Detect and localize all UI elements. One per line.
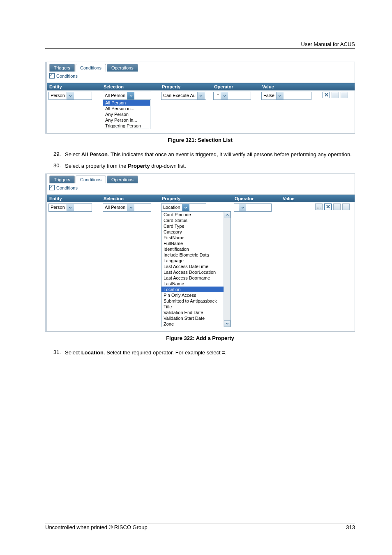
selection-option-list: All Person All Person in... Any Person A… <box>103 99 150 129</box>
col-value: Value <box>280 195 314 203</box>
chevron-down-icon[interactable] <box>197 92 205 99</box>
value-dropdown[interactable]: False <box>261 92 311 100</box>
property-option[interactable]: Category <box>161 229 224 235</box>
col-operator: Operator <box>212 83 260 91</box>
property-option[interactable]: Last Access DoorLocation <box>161 269 224 275</box>
chevron-down-icon[interactable] <box>127 92 134 99</box>
col-actions <box>314 195 355 203</box>
value-text: False <box>262 92 276 99</box>
property-option[interactable]: LastName <box>161 281 224 287</box>
entity-dropdown[interactable]: Person <box>48 204 92 212</box>
col-operator: Operator <box>232 195 280 203</box>
step-30: 30. Select a property from the Property … <box>53 162 355 169</box>
property-option[interactable]: Title <box>161 304 224 310</box>
action-button-3[interactable] <box>341 92 348 98</box>
property-value-text: Location <box>161 204 182 211</box>
col-entity: Entity <box>47 83 101 91</box>
conditions-panel-1: Triggers Conditions Operations Condition… <box>45 62 355 134</box>
conditions-label: Conditions <box>56 185 78 190</box>
property-option[interactable]: Validation End Date <box>161 310 224 315</box>
page-footer: Uncontrolled when printed © RISCO Group … <box>45 523 355 530</box>
instruction-list: 29. Select All Person. This indicates th… <box>53 150 355 169</box>
tab-triggers[interactable]: Triggers <box>49 176 75 183</box>
col-value: Value <box>260 83 321 91</box>
tab-operations[interactable]: Operations <box>107 64 138 72</box>
property-option[interactable]: Zone <box>161 321 224 327</box>
chevron-down-icon[interactable] <box>221 92 228 99</box>
chevron-down-icon[interactable] <box>239 204 246 211</box>
header-title: User Manual for ACUS <box>301 41 355 47</box>
tab-conditions[interactable]: Conditions <box>76 176 106 183</box>
col-selection: Selection <box>101 195 159 203</box>
conditions-subheader: Conditions <box>47 183 355 194</box>
selection-option[interactable]: Any Person <box>103 111 150 117</box>
selection-option[interactable]: Triggering Person <box>103 123 150 129</box>
figure-321-caption: Figure 321: Selection List <box>45 137 355 143</box>
table-row: Person All Person <box>47 90 355 133</box>
footer-left: Uncontrolled when printed © RISCO Group <box>45 524 148 530</box>
selection-dropdown[interactable]: All Person All Person All Person in... A… <box>103 92 151 100</box>
col-selection: Selection <box>101 83 159 91</box>
property-option[interactable]: Last Access Doorname <box>161 275 224 281</box>
chevron-down-icon[interactable] <box>276 92 284 99</box>
operator-dropdown[interactable]: != <box>213 92 251 100</box>
col-property: Property <box>159 83 212 91</box>
chevron-down-icon[interactable] <box>67 204 74 211</box>
property-option[interactable]: Card Status <box>161 217 224 223</box>
selection-option[interactable]: All Person <box>103 100 150 106</box>
conditions-grid-2: Entity Selection Property Operator Value… <box>47 194 355 331</box>
tab-conditions[interactable]: Conditions <box>76 64 106 72</box>
chevron-down-icon[interactable] <box>127 204 134 211</box>
property-option[interactable]: Location <box>161 287 224 292</box>
property-option[interactable]: Include Biometric Data <box>161 252 224 258</box>
chevron-down-icon[interactable] <box>182 204 189 211</box>
selection-dropdown[interactable]: All Person <box>103 204 151 212</box>
conditions-panel-2: Triggers Conditions Operations Condition… <box>45 173 355 332</box>
tab-triggers[interactable]: Triggers <box>49 64 75 72</box>
selection-option[interactable]: All Person in... <box>103 106 150 111</box>
action-button-4[interactable] <box>342 204 350 210</box>
chevron-down-icon[interactable] <box>67 92 74 99</box>
property-option-list: Card Pincode Card Status Card Type Categ… <box>161 211 231 327</box>
conditions-grid-1: Entity Selection Property Operator Value… <box>47 83 355 133</box>
property-option[interactable]: Submitted to Antipassback <box>161 298 224 304</box>
step-29: 29. Select All Person. This indicates th… <box>53 150 355 158</box>
selection-option[interactable]: Any Person in... <box>103 117 150 123</box>
instruction-list-2: 31. Select Location. Select the required… <box>53 349 355 356</box>
listbox-scrollbar[interactable] <box>224 212 231 327</box>
action-button-2[interactable] <box>332 92 339 98</box>
tab-bar: Triggers Conditions Operations <box>47 174 355 183</box>
property-dropdown[interactable]: Location Card Pincode Card Status Card T… <box>161 204 206 212</box>
page-header: User Manual for ACUS <box>45 41 355 49</box>
step-31: 31. Select Location. Select the required… <box>53 349 355 356</box>
scroll-up-icon[interactable] <box>224 212 231 218</box>
tab-operations[interactable]: Operations <box>107 176 138 183</box>
conditions-subheader: Conditions <box>47 72 355 83</box>
delete-row-button[interactable] <box>324 204 332 210</box>
property-option[interactable]: Language <box>161 258 224 264</box>
selection-value-text: All Person <box>103 204 127 211</box>
property-option[interactable]: Validation Start Date <box>161 315 224 321</box>
property-option[interactable]: Pin Only Access <box>161 292 224 298</box>
figure-322-caption: Figure 322: Add a Property <box>45 335 355 341</box>
col-actions <box>321 83 355 91</box>
property-option[interactable]: Last Access DateTime <box>161 264 224 269</box>
property-option[interactable]: Identification <box>161 246 224 252</box>
entity-value: Person <box>49 92 67 99</box>
delete-row-button[interactable] <box>323 92 330 98</box>
property-option[interactable]: Card Pincode <box>161 212 224 217</box>
table-row: Person All Person <box>47 202 355 331</box>
ellipsis-button[interactable]: ... <box>315 204 323 210</box>
property-dropdown[interactable]: Can Execute Au <box>161 92 206 100</box>
entity-dropdown[interactable]: Person <box>48 92 92 100</box>
entity-value: Person <box>49 204 67 211</box>
property-option[interactable]: Card Type <box>161 223 224 229</box>
operator-dropdown[interactable] <box>234 204 272 212</box>
property-option[interactable]: FullName <box>161 240 224 246</box>
conditions-check-icon <box>49 73 55 79</box>
scroll-down-icon[interactable] <box>224 320 231 327</box>
col-property: Property <box>159 195 232 203</box>
action-button-3[interactable] <box>333 204 341 210</box>
property-option[interactable]: FirstName <box>161 235 224 240</box>
page-number: 313 <box>346 524 355 530</box>
